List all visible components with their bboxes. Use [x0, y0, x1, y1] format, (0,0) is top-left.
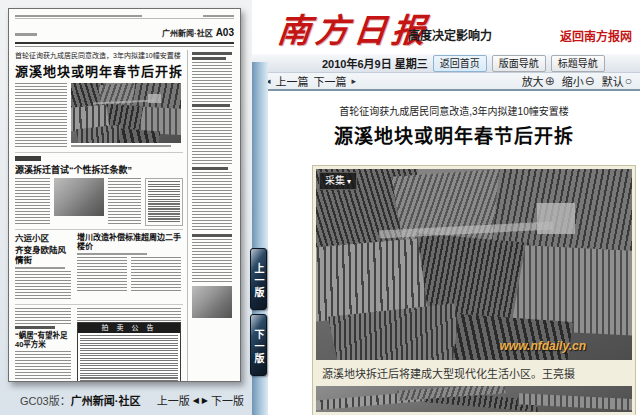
article-figure: 采集▾ www.nfdaily.cn 源溪地块拆迁后将建成大型现代化生活小区。王…: [312, 165, 636, 415]
headline-placeholder: [192, 104, 230, 107]
next-article-arrow-icon[interactable]: ▸: [352, 76, 357, 86]
home-button[interactable]: 返回首页: [433, 55, 487, 72]
auction-notice-box: 拍 卖 公 告: [77, 322, 181, 382]
thumb-article-4: 增川改造补偿标准超周边二手楼价: [77, 233, 183, 301]
text-placeholder: [203, 15, 234, 17]
watermark-text: www.nfdaily.cn: [500, 339, 586, 353]
text-placeholder: [77, 308, 181, 322]
photo-placeholder: [192, 286, 232, 318]
next-page-arrow-icon[interactable]: ▶: [202, 396, 208, 405]
text-placeholder: [15, 15, 142, 17]
divider: [15, 229, 183, 230]
divider: [15, 304, 183, 305]
text-placeholder: [15, 271, 71, 301]
zoom-default-control[interactable]: 默认 ○: [602, 73, 632, 89]
thumb-lead-photo-wrap: [71, 83, 181, 149]
zoom-out-control[interactable]: 缩小 ⊖: [562, 73, 595, 89]
collect-label: 采集: [325, 175, 345, 186]
thumb-row-3: 六运小区 齐变身欧陆风情街 增川改造补偿标准超周边二手楼价: [15, 233, 183, 301]
text-placeholder: [192, 62, 232, 102]
thumb-article-5: “蜗居”有望补足40平方米: [15, 308, 73, 382]
zoom-default-label: 默认: [602, 73, 624, 89]
thumb-lead-article: [15, 83, 183, 149]
thumb-headline-4[interactable]: 增川改造补偿标准超周边二手楼价: [77, 233, 183, 251]
rooftops-photo-small: [71, 83, 181, 143]
headline-placeholder: [192, 234, 232, 237]
notice-text-placeholder: [80, 335, 178, 381]
collect-button[interactable]: 采集▾: [319, 172, 357, 190]
thumb-article-2-body: [15, 178, 183, 226]
text-placeholder: [15, 308, 71, 324]
article-view: 首轮征询获九成居民同意改造,3年内拟建10幢安置楼 源溪地块或明年春节后开拆 采…: [252, 93, 640, 415]
rooftops-photo-secondary: [316, 386, 632, 412]
zoom-controls: 放大 ⊕ 缩小 ⊖ 默认 ○: [522, 73, 632, 89]
rooftops-photo-main: 采集▾ www.nfdaily.cn: [316, 169, 632, 360]
edition-label: GC03版：广州新闻·社区: [20, 392, 140, 408]
page-navigation-button[interactable]: 版面导航: [492, 55, 546, 72]
zoom-in-label: 放大: [522, 73, 544, 89]
slogan: 高度决定影响力: [408, 26, 492, 43]
newspaper-page-thumbnail[interactable]: 广州新闻·社区A03 首轮征询获九成居民同意改造，3年内拟建10幢安置楼 源溪地…: [8, 8, 241, 382]
zoom-out-label: 缩小: [562, 73, 584, 89]
epaper-reader: 广州新闻·社区A03 首轮征询获九成居民同意改造，3年内拟建10幢安置楼 源溪地…: [0, 0, 640, 415]
roof-wall: [148, 94, 161, 104]
auction-notice-title: 拍 卖 公 告: [78, 323, 180, 333]
article-nav-row: ◂ 上一篇 下一篇 ▸ 放大 ⊕ 缩小 ⊖ 默认 ○: [252, 73, 640, 91]
photo-placeholder: [54, 178, 103, 216]
headline-placeholder: [15, 326, 55, 329]
thumb-page-header: 广州新闻·社区A03: [15, 22, 234, 40]
text-placeholder: [192, 239, 232, 283]
next-page-tab[interactable]: 下一版: [250, 314, 267, 376]
photo-caption: 源溪地块拆迁后将建成大型现代化生活小区。王亮摄: [316, 360, 632, 385]
thumb-article-4-cols: [77, 257, 183, 291]
text-placeholder: [77, 257, 127, 291]
next-page-link[interactable]: 下一版: [211, 392, 244, 408]
text-placeholder: [148, 181, 180, 223]
text-placeholder: [15, 267, 65, 269]
toolbar-buttons: 返回首页 版面导航 标题导航: [428, 55, 605, 72]
zoom-in-radio-icon: ⊕: [545, 75, 555, 87]
page-nav: 上一版 ◀ ▶ 下一版: [157, 392, 244, 408]
thumb-headline-3-line2[interactable]: 齐变身欧陆风情街: [15, 245, 73, 265]
headline-placeholder: [192, 52, 232, 55]
thumbnail-footer: GC03版：广州新闻·社区 上一版 ◀ ▶ 下一版: [0, 389, 252, 415]
text-placeholder: [192, 109, 232, 165]
caret-down-icon: ▾: [347, 177, 351, 186]
thumb-headline-2[interactable]: 源溪拆迁首试“个性拆迁条款”: [15, 163, 183, 176]
boxed-brief: [145, 178, 183, 226]
back-to-portal-link[interactable]: 返回南方报网: [560, 27, 632, 44]
edition-code: GC03版：: [20, 395, 71, 407]
article-title: 源溪地块或明年春节后开拆: [268, 121, 640, 148]
photo-caption-placeholder: [71, 145, 171, 147]
header-rule: [15, 42, 234, 47]
date-toolbar: 2010年6月9日 星期三 返回首页 版面导航 标题导航: [252, 53, 640, 73]
divider: [15, 152, 183, 153]
issue-date: 2010年6月9日 星期三: [322, 55, 428, 71]
thumb-lead-subtitle: 首轮征询获九成居民同意改造，3年内拟建10幢安置楼: [15, 50, 183, 60]
title-navigation-button[interactable]: 标题导航: [551, 55, 605, 72]
roof-shape: [118, 128, 160, 143]
zoom-in-control[interactable]: 放大 ⊕: [522, 73, 555, 89]
page-thumbnail-panel: 广州新闻·社区A03 首轮征询获九成居民同意改造，3年内拟建10幢安置楼 源溪地…: [0, 0, 252, 415]
text-placeholder: [77, 253, 147, 255]
roof-shape: [451, 314, 573, 360]
thumb-row-4: “蜗居”有望补足40平方米 拍 卖 公 告: [15, 308, 183, 382]
prev-article-link[interactable]: 上一篇: [276, 73, 309, 89]
thumb-main-column: 首轮征询获九成居民同意改造，3年内拟建10幢安置楼 源溪地块或明年春节后开拆: [15, 50, 187, 382]
thumb-lead-headline[interactable]: 源溪地块或明年春节后开拆: [15, 61, 183, 80]
thumb-masthead-links: [15, 13, 234, 19]
prev-page-arrow-icon[interactable]: ◀: [193, 396, 199, 405]
zoom-default-radio-icon: ○: [625, 75, 632, 87]
thumb-sidebar-column: [187, 50, 234, 382]
section-tag: [15, 156, 41, 161]
thumb-headline-5[interactable]: “蜗居”有望补足40平方米: [15, 331, 73, 349]
next-article-link[interactable]: 下一篇: [314, 73, 347, 89]
thumb-page-number: A03: [216, 27, 234, 38]
text-placeholder: [15, 33, 37, 36]
prev-page-tab[interactable]: 上一版: [250, 248, 267, 310]
prev-page-link[interactable]: 上一版: [157, 392, 190, 408]
article-nav-group: ◂ 上一篇 下一篇 ▸: [266, 73, 356, 89]
roof-shape: [75, 125, 123, 143]
thumb-headline-3-line1[interactable]: 六运小区: [15, 233, 73, 243]
headline-placeholder: [192, 167, 228, 170]
